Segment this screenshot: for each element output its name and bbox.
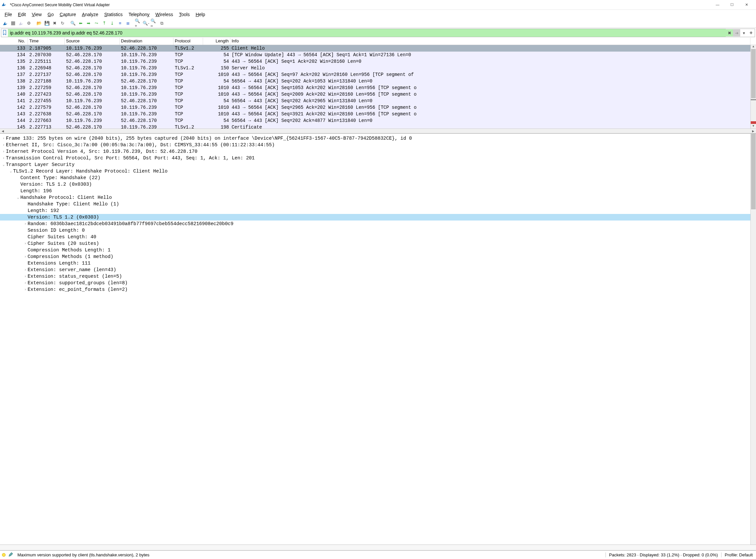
- packet-row[interactable]: 1352.22511152.46.228.17010.119.76.239TCP…: [0, 58, 756, 65]
- menu-view[interactable]: View: [29, 11, 44, 18]
- packet-row[interactable]: 1392.22725952.46.228.17010.119.76.239TCP…: [0, 85, 756, 91]
- detail-tree-line[interactable]: Cipher Suites Length: 40: [0, 234, 756, 240]
- packet-row[interactable]: 1372.22713752.46.228.17010.119.76.239TCP…: [0, 71, 756, 78]
- col-header-info[interactable]: Info: [230, 38, 750, 45]
- capture-options-button[interactable]: ⚙: [25, 19, 32, 27]
- go-back-button[interactable]: ⬅: [77, 19, 85, 27]
- tree-caret-icon[interactable]: ⌄: [8, 169, 13, 173]
- detail-tree-line[interactable]: Length: 192: [0, 207, 756, 214]
- clear-filter-button[interactable]: ✖: [726, 29, 733, 37]
- col-header-source[interactable]: Source: [65, 38, 120, 45]
- display-filter-input[interactable]: [8, 29, 726, 37]
- col-header-time[interactable]: Time: [28, 38, 65, 45]
- go-first-button[interactable]: ⤒: [100, 19, 108, 27]
- detail-tree-line[interactable]: Content Type: Handshake (22): [0, 175, 756, 181]
- detail-tree-line[interactable]: ›Extension: supported_groups (len=8): [0, 280, 756, 286]
- resize-columns-button[interactable]: ⧉: [158, 19, 166, 27]
- menu-file[interactable]: File: [2, 11, 15, 18]
- open-file-button[interactable]: 📂: [35, 19, 43, 27]
- packet-row[interactable]: 1412.22745510.119.76.23952.46.228.170TCP…: [0, 97, 756, 104]
- scrollbar-thumb[interactable]: [751, 49, 756, 98]
- detail-tree-line[interactable]: ›Extension: ec_point_formats (len=2): [0, 286, 756, 293]
- detail-tree-line[interactable]: ›Random: 6036b3aec181c2bdceb03491b0a8fb7…: [0, 221, 756, 227]
- menu-wireless[interactable]: Wireless: [153, 11, 176, 18]
- menu-help[interactable]: Help: [193, 11, 208, 18]
- apply-filter-button[interactable]: ➔: [733, 29, 740, 37]
- detail-tree-line[interactable]: Version: TLS 1.2 (0x0303): [0, 214, 756, 221]
- tree-caret-icon[interactable]: ›: [23, 255, 28, 259]
- col-header-protocol[interactable]: Protocol: [174, 38, 203, 45]
- go-forward-button[interactable]: ➡: [85, 19, 92, 27]
- menu-telephony[interactable]: Telephony: [126, 11, 152, 18]
- packet-row[interactable]: 1332.18790510.119.76.23952.46.228.170TLS…: [0, 45, 756, 51]
- packet-row[interactable]: 1452.22771352.46.228.17010.119.76.239TLS…: [0, 124, 756, 129]
- status-profile[interactable]: Profile: Default: [721, 553, 756, 557]
- packet-details-pane[interactable]: ›Frame 133: 255 bytes on wire (2040 bits…: [0, 134, 756, 544]
- packet-row[interactable]: 1422.22757952.46.228.17010.119.76.239TCP…: [0, 104, 756, 111]
- menu-tools[interactable]: Tools: [177, 11, 192, 18]
- detail-tree-line[interactable]: ›Cipher Suites (20 suites): [0, 240, 756, 247]
- scroll-up-icon[interactable]: ▲: [751, 45, 756, 49]
- scroll-down-icon[interactable]: ▼: [751, 124, 756, 129]
- detail-tree-line[interactable]: Version: TLS 1.2 (0x0303): [0, 181, 756, 188]
- find-packet-button[interactable]: 🔍: [69, 19, 76, 27]
- packet-row[interactable]: 1402.22742352.46.228.17010.119.76.239TCP…: [0, 91, 756, 97]
- tree-caret-icon[interactable]: ⌄: [16, 196, 20, 200]
- close-file-button[interactable]: ✖: [51, 19, 59, 27]
- detail-tree-line[interactable]: ›Transmission Control Protocol, Src Port…: [0, 155, 756, 161]
- save-file-button[interactable]: 💾: [43, 19, 51, 27]
- detail-tree-line[interactable]: Length: 196: [0, 188, 756, 194]
- zoom-out-button[interactable]: 🔍-: [142, 19, 150, 27]
- detail-tree-line[interactable]: ›Extension: server_name (len=43): [0, 267, 756, 273]
- col-header-destination[interactable]: Destination: [120, 38, 174, 45]
- jump-packet-button[interactable]: ⤳: [93, 19, 100, 27]
- packet-row[interactable]: 1432.22763852.46.228.17010.119.76.239TCP…: [0, 111, 756, 117]
- packet-row[interactable]: 1342.20703052.46.228.17010.119.76.239TCP…: [0, 51, 756, 58]
- detail-tree-line[interactable]: ⌄Transport Layer Security: [0, 161, 756, 168]
- detail-tree-line[interactable]: Extensions Length: 111: [0, 260, 756, 267]
- restart-capture-button[interactable]: [17, 19, 25, 27]
- tree-caret-icon[interactable]: ›: [23, 268, 28, 272]
- add-filter-button[interactable]: +: [748, 29, 755, 37]
- scroll-left-icon[interactable]: ◀: [0, 130, 6, 133]
- tree-caret-icon[interactable]: ›: [23, 281, 28, 285]
- zoom-reset-button[interactable]: 🔍=: [150, 19, 158, 27]
- detail-tree-line[interactable]: ›Compression Methods (1 method): [0, 253, 756, 260]
- scroll-right-icon[interactable]: ▶: [750, 130, 756, 133]
- menu-edit[interactable]: Edit: [16, 11, 29, 18]
- detail-tree-line[interactable]: ⌄Handshake Protocol: Client Hello: [0, 194, 756, 201]
- start-capture-button[interactable]: [1, 19, 9, 27]
- menu-capture[interactable]: Capture: [57, 11, 79, 18]
- detail-tree-line[interactable]: Handshake Type: Client Hello (1): [0, 201, 756, 207]
- minimize-button[interactable]: —: [713, 3, 723, 7]
- packet-row[interactable]: 1442.22766310.119.76.23952.46.228.170TCP…: [0, 117, 756, 124]
- zoom-in-button[interactable]: 🔍+: [134, 19, 142, 27]
- menu-go[interactable]: Go: [45, 11, 56, 18]
- menu-statistics[interactable]: Statistics: [101, 11, 125, 18]
- detail-tree-line[interactable]: ⌄TLSv1.2 Record Layer: Handshake Protoco…: [0, 168, 756, 175]
- detail-tree-line[interactable]: Compression Methods Length: 1: [0, 247, 756, 253]
- detail-tree-line[interactable]: ›Internet Protocol Version 4, Src: 10.11…: [0, 148, 756, 155]
- detail-tree-line[interactable]: Session ID Length: 0: [0, 227, 756, 234]
- tree-caret-icon[interactable]: ›: [23, 275, 28, 278]
- go-last-button[interactable]: ⤓: [109, 19, 116, 27]
- stop-capture-button[interactable]: [9, 19, 17, 27]
- edit-display-filter-icon[interactable]: [8, 552, 14, 558]
- packet-vscrollbar[interactable]: ▲ ▼: [750, 45, 756, 129]
- menu-analyze[interactable]: Analyze: [79, 11, 101, 18]
- col-header-no[interactable]: No.: [0, 38, 28, 45]
- packet-row[interactable]: 1362.22694852.46.228.17010.119.76.239TLS…: [0, 65, 756, 71]
- tree-caret-icon[interactable]: ›: [1, 156, 6, 160]
- tree-caret-icon[interactable]: ›: [23, 222, 28, 226]
- tree-caret-icon[interactable]: ›: [1, 150, 6, 154]
- close-button[interactable]: ✕: [741, 3, 751, 7]
- reload-button[interactable]: ↻: [59, 19, 66, 27]
- filter-dropdown-button[interactable]: ▾: [740, 29, 748, 37]
- colorize-button[interactable]: ≣: [124, 19, 132, 27]
- tree-caret-icon[interactable]: ›: [23, 242, 28, 245]
- tree-caret-icon[interactable]: ›: [1, 143, 6, 147]
- detail-tree-line[interactable]: ›Frame 133: 255 bytes on wire (2040 bits…: [0, 135, 756, 142]
- expert-info-indicator[interactable]: [2, 553, 6, 557]
- packet-rows[interactable]: 1332.18790510.119.76.23952.46.228.170TLS…: [0, 45, 756, 129]
- details-scrollbar-thumb[interactable]: [751, 134, 756, 209]
